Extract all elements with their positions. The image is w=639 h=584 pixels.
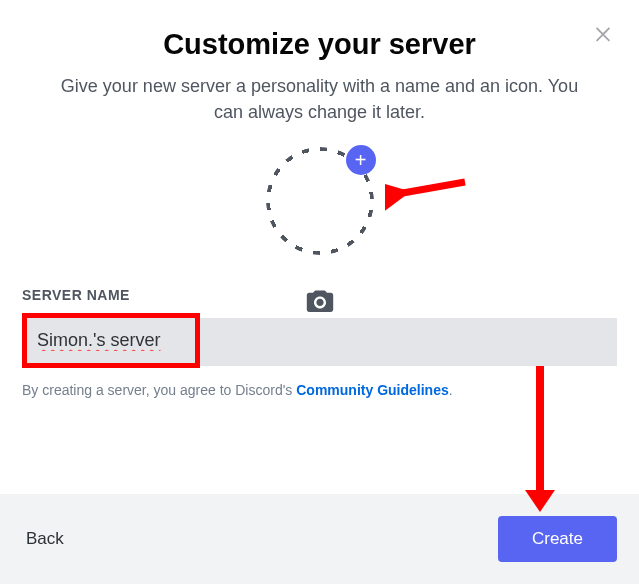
close-button[interactable]: [589, 20, 617, 48]
modal-content: Customize your server Give your new serv…: [0, 0, 639, 398]
server-name-row: [22, 313, 617, 368]
back-button[interactable]: Back: [22, 523, 68, 555]
modal-subtitle: Give your new server a personality with …: [22, 73, 617, 125]
guidelines-text: By creating a server, you agree to Disco…: [22, 382, 617, 398]
modal-title: Customize your server: [22, 28, 617, 61]
camera-icon: [305, 288, 335, 312]
upload-area: UPLOAD +: [22, 147, 617, 255]
plus-icon: +: [346, 145, 376, 175]
modal-footer: Back Create: [0, 494, 639, 584]
guidelines-suffix: .: [449, 382, 453, 398]
create-button[interactable]: Create: [498, 516, 617, 562]
guidelines-prefix: By creating a server, you agree to Disco…: [22, 382, 296, 398]
server-name-input[interactable]: [27, 318, 195, 363]
community-guidelines-link[interactable]: Community Guidelines: [296, 382, 448, 398]
close-icon: [592, 23, 614, 45]
annotation-highlight-box: [22, 313, 200, 368]
